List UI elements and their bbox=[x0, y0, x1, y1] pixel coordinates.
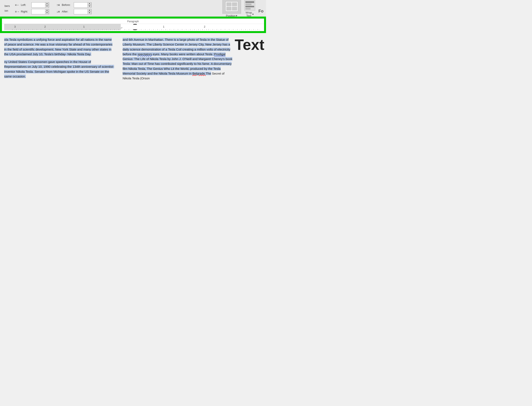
right-column: and 6th Avenue in Manhattan. There is a … bbox=[118, 37, 237, 84]
document-area: ola Tesla symbolizes a unifying force an… bbox=[0, 33, 266, 84]
right-indent-input[interactable]: 0" bbox=[32, 9, 45, 14]
left-indent-up[interactable]: ▲ bbox=[45, 2, 49, 5]
right-doc-text: and 6th Avenue in Manhattan. There is a … bbox=[123, 37, 233, 81]
left-indent-down[interactable]: ▼ bbox=[45, 5, 49, 8]
right-indent-up[interactable]: ▲ bbox=[45, 9, 49, 12]
left-column: ola Tesla symbolizes a unifying force an… bbox=[0, 37, 118, 84]
before-icon: ↑≡ bbox=[57, 3, 60, 7]
svg-text:3: 3 bbox=[14, 25, 16, 28]
pos-cell-1 bbox=[226, 2, 232, 6]
position-wrap-area: Position ▾ WrapText ▾ Fo bbox=[222, 0, 263, 17]
wrap-text-label-row: WrapText ▾ bbox=[246, 11, 254, 17]
pos-cell-4 bbox=[232, 7, 237, 11]
before-spacing-row: ↑≡ Before: 0 pt ▲ ▼ bbox=[57, 2, 91, 8]
wrap-line-3 bbox=[245, 6, 254, 7]
bers-label: bers bbox=[5, 4, 10, 7]
left-paragraph-2: ny United States Congressmen gave speech… bbox=[4, 59, 114, 79]
before-buttons: ▲ ▼ bbox=[87, 2, 91, 8]
ruler-label: Paragraph bbox=[2, 20, 264, 24]
right-p1-part2: eyes. Many books were written about Tesl… bbox=[152, 52, 214, 56]
right-the: The bbox=[206, 72, 211, 75]
after-up[interactable]: ▲ bbox=[87, 9, 91, 12]
spacing-controls: ↑≡ Before: 0 pt ▲ ▼ ↓≡ After: 8 pt ▲ ▼ bbox=[57, 2, 91, 14]
after-label: After: bbox=[62, 10, 73, 13]
wrap-line-2 bbox=[245, 4, 251, 5]
right-indent-down[interactable]: ▼ bbox=[45, 12, 49, 14]
wrap-line-4 bbox=[245, 8, 251, 10]
wrap-text-button[interactable]: WrapText ▾ bbox=[244, 0, 255, 17]
after-icon: ↓≡ bbox=[57, 10, 60, 13]
position-label: Position bbox=[226, 14, 235, 17]
right-indent-icon: ≡→ bbox=[15, 10, 20, 13]
position-icon-inner bbox=[226, 1, 238, 11]
pos-cell-3 bbox=[226, 7, 232, 11]
before-down[interactable]: ▼ bbox=[87, 5, 91, 8]
wrap-text-icon bbox=[244, 0, 255, 11]
ruler: 3 2 1 ⌐ 1 2 bbox=[2, 24, 264, 30]
position-button[interactable]: Position ▾ bbox=[222, 0, 241, 17]
right-indent-label: Right: bbox=[21, 10, 30, 13]
wrap-text-label: WrapText bbox=[246, 11, 252, 17]
after-spinner[interactable]: 8 pt ▲ ▼ bbox=[74, 9, 91, 14]
left-paragraph-1: ola Tesla symbolizes a unifying force an… bbox=[4, 37, 114, 57]
right-indent-row: ≡→ Right: 0" ▲ ▼ bbox=[15, 9, 49, 14]
svg-rect-0 bbox=[4, 24, 121, 30]
ruler-svg: 3 2 1 ⌐ 1 2 bbox=[4, 24, 262, 30]
left-indent-icon: ≡← bbox=[15, 3, 20, 7]
svg-text:1: 1 bbox=[83, 25, 85, 28]
position-icon bbox=[222, 0, 241, 14]
toolbar-left-labels: bers ion bbox=[2, 2, 11, 15]
right-paragraph-1: and 6th Avenue in Manhattan. There is a … bbox=[123, 37, 233, 81]
after-buttons: ▲ ▼ bbox=[87, 9, 91, 14]
left-indent-label: Left: bbox=[21, 3, 30, 7]
left-indent-input[interactable]: 0" bbox=[32, 2, 45, 7]
position-dropdown-arrow: ▾ bbox=[236, 14, 237, 17]
before-input[interactable]: 0 pt bbox=[74, 2, 87, 7]
right-p1-part3: Genius: The Life of Nikola Tesla by John… bbox=[123, 57, 232, 75]
right-belgrade: Belgrade. bbox=[192, 72, 206, 75]
ion-label: ion bbox=[5, 9, 8, 12]
after-down[interactable]: ▼ bbox=[87, 12, 91, 14]
fo-label-area: Fo bbox=[259, 9, 263, 17]
ruler-container: Paragraph bbox=[0, 17, 266, 33]
svg-text:1: 1 bbox=[163, 25, 164, 28]
right-panel-text: Text bbox=[237, 37, 266, 84]
right-prodigal: Prodigal bbox=[214, 52, 226, 56]
right-spectators: spectators bbox=[138, 52, 152, 56]
ruler-wrapper: Paragraph bbox=[2, 19, 264, 31]
text-big-label: Text bbox=[235, 37, 264, 52]
left-indent-spinner[interactable]: 0" ▲ ▼ bbox=[31, 2, 49, 8]
wrap-line-1 bbox=[245, 1, 254, 3]
left-indent-buttons: ▲ ▼ bbox=[45, 2, 49, 8]
before-spinner[interactable]: 0 pt ▲ ▼ bbox=[74, 2, 91, 8]
svg-text:⌐: ⌐ bbox=[121, 26, 123, 29]
position-label-row: Position ▾ bbox=[226, 14, 237, 17]
left-p1-selected: ola Tesla symbolizes a unifying force an… bbox=[4, 38, 112, 56]
toolbar: bers ion ≡← Left: 0" ▲ ▼ ≡→ Right: 0" ▲ bbox=[0, 0, 266, 17]
left-p2-selected: ny United States Congressmen gave speech… bbox=[4, 60, 114, 78]
after-input[interactable]: 8 pt bbox=[74, 9, 87, 14]
fo-label: Fo bbox=[259, 9, 263, 14]
before-up[interactable]: ▲ bbox=[87, 2, 91, 5]
wrap-text-dropdown-arrow: ▾ bbox=[252, 13, 254, 16]
pos-cell-2 bbox=[232, 2, 237, 6]
svg-text:2: 2 bbox=[204, 25, 205, 28]
right-indent-spinner[interactable]: 0" ▲ ▼ bbox=[31, 9, 49, 14]
svg-text:2: 2 bbox=[44, 25, 46, 28]
position-wrap-row: Position ▾ WrapText ▾ Fo bbox=[222, 0, 263, 17]
svg-rect-1 bbox=[121, 24, 262, 30]
left-indent-row: ≡← Left: 0" ▲ ▼ bbox=[15, 2, 49, 8]
before-label: Before: bbox=[62, 3, 73, 7]
indent-controls: ≡← Left: 0" ▲ ▼ ≡→ Right: 0" ▲ ▼ bbox=[15, 2, 49, 14]
after-spacing-row: ↓≡ After: 8 pt ▲ ▼ bbox=[57, 9, 91, 14]
right-indent-buttons: ▲ ▼ bbox=[45, 9, 49, 14]
left-doc-text: ola Tesla symbolizes a unifying force an… bbox=[4, 37, 114, 79]
